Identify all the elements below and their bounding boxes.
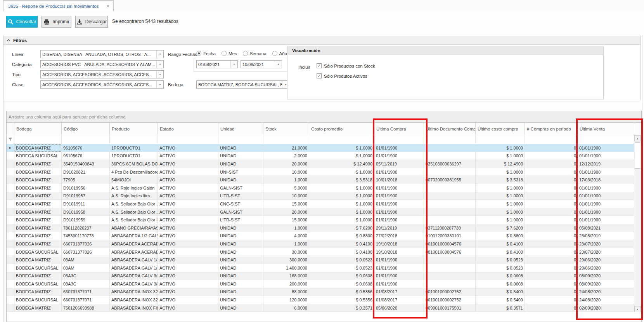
filter-cell-0[interactable] (14, 135, 62, 144)
cell-stock[interactable]: 30.0000 (263, 248, 309, 256)
cell-c-digo[interactable]: 786112820237 (62, 224, 110, 232)
cell--compras-en-periodo[interactable]: 0 (525, 176, 578, 184)
consultar-button[interactable]: Consultar (6, 16, 38, 28)
cell--ltima-compra[interactable]: 19/10/2018 (374, 248, 424, 256)
column-header-10[interactable]: # Compras en periodo (525, 123, 578, 135)
cell--ltima-compra[interactable]: 01/01/1900 (374, 184, 424, 192)
cell-costo-promedio[interactable]: $ 1.0000 (309, 192, 374, 200)
cell--ltimo-costo-compra[interactable]: $ 12.4900 (476, 160, 525, 168)
cell--ltima-venta[interactable]: 24/08/2020 (578, 288, 634, 296)
cell--ltimo-costo-compra[interactable]: $ 0.3571 (476, 304, 525, 312)
table-row[interactable]: BODEGA SUCURSAL961056761PRODUCTO1ACTIVOU… (7, 152, 641, 160)
filter-cell-7[interactable] (374, 135, 424, 144)
cell-stock[interactable]: 2.0000 (263, 152, 309, 160)
cell-estado[interactable]: ACTIVO (158, 192, 218, 200)
cell--ltima-compra[interactable]: 01/01/1900 (374, 168, 424, 176)
cell-bodega[interactable]: BODEGA MATRIZ (14, 224, 62, 232)
cell-producto[interactable]: ABRASADERA ACERAD... (110, 248, 158, 256)
cell--ltimo-costo-compra[interactable]: $ 0.0523 (476, 264, 525, 272)
column-header-0[interactable]: Bodega (14, 123, 62, 135)
cell-bodega[interactable]: BODEGA SUCURSAL (14, 264, 62, 272)
cell--ltima-compra[interactable]: 05/11/2019 (374, 160, 424, 168)
cell--ltima-compra[interactable]: 01/01/1900 (374, 144, 424, 152)
table-row[interactable]: BODEGA MATRIZ7501206693988ABRASADERA INO… (7, 304, 641, 312)
cell--compras-en-periodo[interactable]: 0 (525, 200, 578, 208)
cell--ltimo-costo-compra[interactable]: $ 0.0608 (476, 272, 525, 280)
cell-stock[interactable]: 88.0000 (263, 288, 309, 296)
chevron-down-icon[interactable]: ▼ (230, 61, 237, 68)
table-row[interactable]: BODEGA MATRIZD91019957A.S. Rojo Ingles l… (7, 192, 641, 200)
column-header-9[interactable]: Último costo compra (476, 123, 525, 135)
bodega-dropdown[interactable]: BODEGA MATRIZ, BODEGA SUCURSAL, BODE... … (196, 80, 289, 89)
cell--ltimo-documento-compra[interactable]: 001001000002752 (424, 288, 476, 296)
cell-estado[interactable]: ACTIVO (158, 160, 218, 168)
scrollbar-thumb[interactable] (635, 142, 640, 169)
filter-funnel-cell[interactable] (7, 135, 14, 144)
cell-costo-promedio[interactable]: $ 1.0000 (309, 200, 374, 208)
cell-estado[interactable]: ACTIVO (158, 144, 218, 152)
table-row[interactable]: ▶BODEGA MATRIZ961056761PRODUCTO1ACTIVOUN… (7, 144, 641, 152)
cell-producto[interactable]: ABRASADERA GALV 3/4" (110, 272, 158, 280)
table-row[interactable]: BODEGA MATRIZ660731377071ABRASADERA INOX… (7, 288, 641, 296)
cell--ltimo-documento-compra[interactable]: 007020000381955 (424, 176, 476, 184)
cell-costo-promedio[interactable]: $ 0.0608 (309, 280, 374, 288)
cell--ltima-venta[interactable]: 02/09/2020 (578, 304, 634, 312)
cell-estado[interactable]: ACTIVO (158, 208, 218, 216)
cell-estado[interactable]: ACTIVO (158, 288, 218, 296)
radio-icon[interactable] (222, 51, 227, 56)
cell-c-digo[interactable]: 660731377071 (62, 296, 110, 304)
cell--ltima-venta[interactable]: 01/01/1900 (578, 192, 634, 200)
cell-producto[interactable]: 1PRODUCTO1 (110, 144, 158, 152)
clase-dropdown[interactable]: ACCESORIOS, ACCESORIOS, ACCESORIOS, ACCE… (40, 80, 164, 89)
cell--ltima-compra[interactable]: 01/01/1900 (374, 264, 424, 272)
cell-c-digo[interactable]: 7453001170778 (62, 232, 110, 240)
cell-unidad[interactable]: LITR-SIST (218, 192, 263, 200)
filter-cell-11[interactable] (578, 135, 634, 144)
filter-cell-8[interactable] (424, 135, 476, 144)
radio-icon[interactable] (272, 51, 277, 56)
cell--ltima-venta[interactable]: 01/01/1900 (578, 200, 634, 208)
table-row[interactable]: BODEGA MATRIZD91019911A.S. Sellador Bajo… (7, 200, 641, 208)
cell--ltimo-costo-compra[interactable]: $ 1.0000 (476, 184, 525, 192)
chevron-down-icon[interactable]: ▼ (156, 50, 163, 58)
cell-unidad[interactable]: UNIDAD (218, 152, 263, 160)
column-header-7[interactable]: Última Compra (374, 123, 424, 135)
cell--ltimo-costo-compra[interactable]: $ 1.0000 (476, 168, 525, 176)
radio-icon[interactable] (196, 51, 201, 56)
column-header-2[interactable]: Producto (110, 123, 158, 135)
cell-stock[interactable]: 10.0000 (263, 192, 309, 200)
vertical-scrollbar[interactable]: ▲ ▼ (634, 135, 641, 312)
cell-unidad[interactable]: UNIDAD (218, 240, 263, 248)
cell-costo-promedio[interactable]: $ 1.0000 (309, 152, 374, 160)
cell-bodega[interactable]: BODEGA MATRIZ (14, 232, 62, 240)
cell-stock[interactable]: 168.0000 (263, 272, 309, 280)
column-header-3[interactable]: Estado (158, 123, 218, 135)
cell-costo-promedio[interactable]: $ 0.5356 (309, 288, 374, 296)
column-header-8[interactable]: Último Documento Compra (424, 123, 476, 135)
cell--compras-en-periodo[interactable]: 0 (525, 192, 578, 200)
cell-c-digo[interactable]: 03A3C (62, 280, 110, 288)
cell--ltimo-documento-compra[interactable] (424, 144, 476, 152)
cell-unidad[interactable]: LITR-SIST (218, 216, 263, 224)
cell--ltima-venta[interactable]: 05/08/2021 (578, 224, 634, 232)
cell-bodega[interactable]: BODEGA MATRIZ (14, 192, 62, 200)
cell-estado[interactable]: ACTIVO (158, 168, 218, 176)
cell--ltimo-documento-compra[interactable] (424, 200, 476, 208)
cell-bodega[interactable]: BODEGA MATRIZ (14, 168, 62, 176)
cell-stock[interactable]: 200.0000 (263, 280, 309, 288)
cell--ltimo-documento-compra[interactable] (424, 272, 476, 280)
cell--ltimo-costo-compra[interactable]: $ 0.0608 (476, 280, 525, 288)
cell--ltima-venta[interactable]: 17/03/2018 (578, 176, 634, 184)
cell-costo-promedio[interactable]: $ 1.0000 (309, 168, 374, 176)
cell-producto[interactable]: ABRASADERA INOX FIE... (110, 304, 158, 312)
tipo-dropdown[interactable]: ACCESORIOS, ACCESORIOS, ACCESORIOS, ACCE… (40, 70, 164, 78)
checkbox-checked-icon[interactable]: ✓ (317, 63, 322, 68)
cell--ltimo-documento-compra[interactable] (424, 264, 476, 272)
cell-unidad[interactable]: UNIDAD (218, 304, 263, 312)
radio-fecha[interactable]: Fecha (196, 51, 216, 56)
cell-costo-promedio[interactable]: $ 0.5356 (309, 296, 374, 304)
cell--ltima-venta[interactable]: 23/08/2019 (578, 232, 634, 240)
cell--ltima-compra[interactable]: 27/02/2018 (374, 232, 424, 240)
filter-cell-5[interactable] (263, 135, 309, 144)
cell--ltimo-documento-compra[interactable]: 037112000207730 (424, 224, 476, 232)
